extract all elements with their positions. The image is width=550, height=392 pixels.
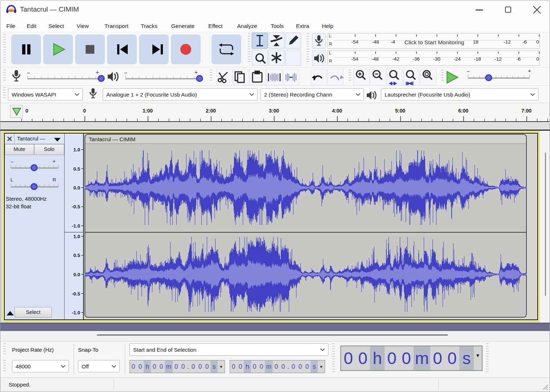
svg-text:Tantacrul — CIMIM: Tantacrul — CIMIM: [89, 136, 135, 142]
